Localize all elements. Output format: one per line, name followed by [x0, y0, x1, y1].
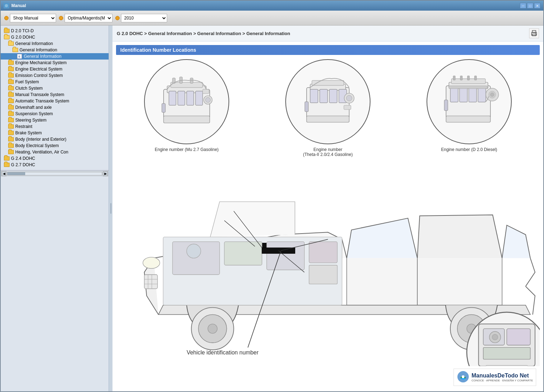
sidebar-item-general-info-1[interactable]: General Information	[1, 40, 109, 47]
sidebar-item-engine-mech[interactable]: Engine Mechanical System	[1, 60, 109, 66]
svg-rect-43	[446, 116, 490, 122]
sidebar-item-manual-trans[interactable]: Manual Transaxle System	[1, 91, 109, 98]
scroll-thumb[interactable]	[7, 172, 25, 175]
engine-circle-mu27	[144, 59, 229, 144]
svg-rect-66	[309, 242, 337, 263]
sidebar-scrollbar[interactable]: ◀ ▶	[1, 170, 109, 177]
content-area: Identification Number Locations	[112, 41, 543, 391]
svg-point-4	[535, 33, 536, 34]
sidebar-item-heating[interactable]: Heating, Ventilation, Air Con	[1, 149, 109, 155]
page-content: G 2.0 DOHC > General Information > Gener…	[112, 26, 543, 391]
sidebar-item-label: Fuel System	[15, 79, 39, 84]
sidebar-item-label: Brake System	[15, 130, 42, 135]
watermark: ManualesDeTodo Net CONOCE · APRENDE · EN…	[454, 369, 536, 386]
sidebar: D 2.0 TCI-D G 2.0 DOHC General Informati…	[1, 26, 109, 391]
sidebar-item-emission[interactable]: Emission Control System	[1, 72, 109, 79]
sidebar-item-fuel[interactable]: Fuel System	[1, 79, 109, 85]
svg-point-51	[208, 324, 218, 334]
sidebar-item-label: Steering System	[15, 118, 46, 123]
watermark-sub: CONOCE · APRENDE · ENSEÑA Y COMPARTE	[472, 379, 533, 382]
model-dropdown[interactable]: Optima/Magentis(M	[65, 14, 112, 22]
sidebar-item-auto-trans[interactable]: Automatic Transaxle System	[1, 98, 109, 104]
sidebar-item-label: Driveshaft and axle	[15, 105, 52, 110]
model-dot	[59, 16, 63, 20]
svg-rect-36	[460, 76, 462, 80]
svg-rect-81	[485, 365, 528, 366]
sidebar-item-label: G 2.0 DOHC	[11, 35, 35, 40]
svg-point-29	[346, 95, 352, 101]
sidebar-item-g24dohc[interactable]: G 2.4 DOHC	[1, 155, 109, 162]
svg-point-80	[492, 334, 498, 340]
sidebar-item-g20dohc[interactable]: G 2.0 DOHC	[1, 34, 109, 40]
sidebar-item-engine-elec[interactable]: Engine Electrical System	[1, 66, 109, 72]
sidebar-item-label: Emission Control System	[15, 73, 63, 78]
minimize-button[interactable]: ─	[520, 3, 526, 9]
svg-rect-3	[532, 34, 536, 36]
sidebar-item-d20tcid[interactable]: D 2.0 TCI-D	[1, 28, 109, 34]
svg-rect-7	[171, 82, 203, 88]
resize-handle[interactable]	[109, 26, 112, 391]
watermark-area: ManualesDeTodo Net CONOCE · APRENDE · EN…	[116, 369, 540, 386]
scroll-right-arrow[interactable]: ▶	[103, 171, 108, 176]
breadcrumb-bar: G 2.0 DOHC > General Information > Gener…	[112, 26, 543, 41]
svg-point-46	[490, 93, 494, 96]
svg-rect-27	[307, 116, 349, 122]
svg-rect-12	[164, 116, 210, 123]
manual-type-selector: Shop Manual	[4, 14, 56, 22]
svg-rect-8	[169, 91, 176, 105]
svg-rect-39	[450, 88, 458, 102]
sidebar-item-general-info-2[interactable]: General Information	[1, 47, 109, 53]
sidebar-item-label: Heating, Ventilation, Air Con	[15, 150, 68, 155]
sidebar-item-label: General Information	[24, 54, 61, 59]
sidebar-item-label: Automatic Transaxle System	[15, 99, 69, 103]
sidebar-item-label: Restraint	[15, 124, 32, 129]
svg-point-68	[187, 244, 201, 258]
sidebar-item-body-int-ext[interactable]: Body (Interior and Exterior)	[1, 136, 109, 142]
sidebar-item-suspension[interactable]: Suspension System	[1, 111, 109, 117]
year-dropdown[interactable]: 2010	[121, 14, 167, 22]
svg-rect-67	[309, 265, 337, 284]
engine-label-theta2: Engine number (Theta-II 2.0/2.4 Gasoline…	[303, 147, 353, 157]
sidebar-item-g27dohc[interactable]: G 2.7 DOHC	[1, 162, 109, 168]
sidebar-item-label: G 2.7 DOHC	[11, 162, 35, 167]
manual-type-dropdown[interactable]: Shop Manual	[10, 14, 56, 22]
engine-label-d20diesel: Engine number (D 2.0 Diesel)	[441, 147, 497, 152]
svg-rect-25	[329, 89, 337, 103]
manual-type-dot	[4, 16, 9, 20]
print-button[interactable]	[529, 28, 539, 38]
maximize-button[interactable]: □	[527, 3, 533, 9]
svg-rect-41	[469, 88, 477, 102]
watermark-text-area: ManualesDeTodo Net CONOCE · APRENDE · EN…	[472, 373, 533, 382]
year-dot	[115, 16, 120, 20]
svg-rect-11	[196, 91, 203, 105]
sidebar-item-restraint[interactable]: Restraint	[1, 123, 109, 130]
svg-rect-23	[310, 89, 318, 103]
svg-rect-9	[178, 91, 185, 105]
title-bar: Manual ─ □ ✕	[1, 1, 543, 11]
engine-item-theta2: Engine number (Theta-II 2.0/2.4 Gasoline…	[285, 59, 370, 157]
sidebar-item-label: Engine Electrical System	[15, 67, 62, 72]
svg-rect-64	[224, 242, 262, 265]
sidebar-item-brake[interactable]: Brake System	[1, 130, 109, 136]
sidebar-item-driveshaft[interactable]: Driveshaft and axle	[1, 104, 109, 111]
sidebar-item-steering[interactable]: Steering System	[1, 117, 109, 123]
year-selector: 2010	[115, 14, 167, 22]
sidebar-item-general-info-3[interactable]: E General Information	[1, 53, 109, 60]
toolbar: Shop Manual Optima/Magentis(M 2010	[1, 11, 543, 26]
close-button[interactable]: ✕	[534, 3, 540, 9]
svg-rect-35	[453, 76, 455, 80]
sidebar-item-label: Body Electrical System	[15, 143, 59, 148]
sidebar-item-clutch[interactable]: Clutch System	[1, 85, 109, 91]
sidebar-item-label: Body (Interior and Exterior)	[15, 137, 66, 142]
car-diagram-svg: Vehicle identification number	[116, 164, 540, 366]
window-controls: ─ □ ✕	[520, 3, 540, 9]
scroll-left-arrow[interactable]: ◀	[1, 171, 6, 176]
main-window: Manual ─ □ ✕ Shop Manual Optima/Magentis…	[0, 0, 544, 392]
svg-rect-38	[474, 76, 477, 80]
svg-point-18	[205, 97, 210, 102]
sidebar-item-body-elec[interactable]: Body Electrical System	[1, 142, 109, 149]
sidebar-item-label: General Information	[15, 41, 53, 46]
window-icon	[4, 3, 9, 9]
window-title: Manual	[11, 3, 26, 8]
svg-point-55	[143, 257, 160, 269]
